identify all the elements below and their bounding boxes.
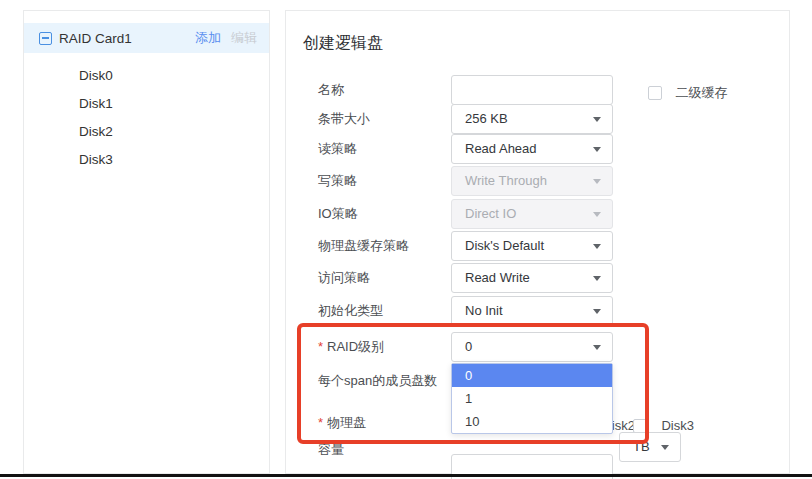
raid-level-select[interactable]: 0 [451,332,613,362]
raid-level-label: *RAID级别 [318,332,384,362]
dropdown-option-1[interactable]: 1 [452,387,612,410]
raid-card-row[interactable]: RAID Card1 添加 编辑 [24,23,269,53]
init-type-label: 初始化类型 [318,296,383,326]
access-policy-label: 访问策略 [318,263,370,293]
chevron-down-icon [593,147,601,152]
add-link[interactable]: 添加 [195,29,221,47]
dropdown-option-10[interactable]: 10 [452,410,612,433]
name-input[interactable] [451,75,613,105]
raid-level-row: *RAID级别 0 [286,332,789,362]
sidebar-item-disk3[interactable]: Disk3 [79,146,113,174]
write-policy-row: 写策略 Write Through [286,166,789,196]
required-asterisk: * [318,415,323,430]
init-type-value: No Init [465,297,503,325]
write-policy-value: Write Through [465,167,547,195]
stripe-size-row: 条带大小 256 KB [286,104,789,134]
stripe-size-select[interactable]: 256 KB [451,104,613,134]
physical-disks-label: *物理盘 [318,408,366,438]
required-asterisk: * [318,339,323,354]
disk-cache-policy-value: Disk's Default [465,232,544,260]
disk3-checkbox[interactable] [633,419,647,433]
read-policy-value: Read Ahead [465,135,537,163]
access-policy-row: 访问策略 Read Write [286,263,789,293]
disk-cache-policy-label: 物理盘缓存策略 [318,231,409,261]
access-policy-select[interactable]: Read Write [451,263,613,293]
sidebar-item-disk2[interactable]: Disk2 [79,118,113,146]
edit-link[interactable]: 编辑 [231,29,257,47]
raid-level-label-text: RAID级别 [327,339,384,354]
capacity-unit-value: TB [633,433,650,461]
chevron-down-icon [593,179,601,184]
bottom-border [0,474,812,477]
chevron-down-icon [593,244,601,249]
chevron-down-icon [593,212,601,217]
raid-level-dropdown-list: 0 1 10 [451,363,613,434]
raid-card-name: RAID Card1 [59,31,132,46]
name-label: 名称 [318,75,344,105]
raid-level-value: 0 [465,333,472,361]
read-policy-select[interactable]: Read Ahead [451,134,613,164]
chevron-down-icon [661,445,669,450]
chevron-down-icon [593,276,601,281]
secondary-cache-option: 二级缓存 [648,83,727,102]
secondary-cache-checkbox[interactable] [648,86,662,100]
read-policy-label: 读策略 [318,134,357,164]
io-policy-select: Direct IO [451,199,613,229]
write-policy-select: Write Through [451,166,613,196]
dropdown-option-0[interactable]: 0 [452,364,612,387]
minus-glyph [42,37,49,39]
capacity-label: 容量 [318,435,344,465]
name-field-wrap [451,75,613,105]
tree-actions: 添加 编辑 [195,23,257,53]
create-logical-disk-panel: 创建逻辑盘 名称 二级缓存 条带大小 256 KB 读策略 Read Ahea [285,10,790,474]
chevron-down-icon [593,117,601,122]
io-policy-row: IO策略 Direct IO [286,199,789,229]
chevron-down-icon [593,309,601,314]
chevron-down-icon [593,345,601,350]
init-type-select[interactable]: No Init [451,296,613,326]
access-policy-value: Read Write [465,264,530,292]
init-type-row: 初始化类型 No Init [286,296,789,326]
raid-tree-panel: RAID Card1 添加 编辑 Disk0 Disk1 Disk2 Disk3 [23,10,270,474]
read-policy-row: 读策略 Read Ahead [286,134,789,164]
app-window: RAID Card1 添加 编辑 Disk0 Disk1 Disk2 Disk3… [0,0,812,479]
span-member-disks-label: 每个span的成员盘数 [318,366,437,396]
name-row: 名称 二级缓存 [286,75,789,105]
capacity-unit-select[interactable]: TB [619,432,681,462]
physical-disks-label-text: 物理盘 [327,415,366,430]
io-policy-label: IO策略 [318,199,358,229]
page-title: 创建逻辑盘 [303,33,383,54]
sidebar-item-disk0[interactable]: Disk0 [79,62,113,90]
stripe-size-value: 256 KB [465,105,508,133]
collapse-icon[interactable] [39,32,52,45]
sidebar-item-disk1[interactable]: Disk1 [79,90,113,118]
secondary-cache-label: 二级缓存 [675,85,727,100]
write-policy-label: 写策略 [318,166,357,196]
disk-cache-policy-select[interactable]: Disk's Default [451,231,613,261]
disk-cache-policy-row: 物理盘缓存策略 Disk's Default [286,231,789,261]
io-policy-value: Direct IO [465,200,516,228]
stripe-size-label: 条带大小 [318,104,370,134]
